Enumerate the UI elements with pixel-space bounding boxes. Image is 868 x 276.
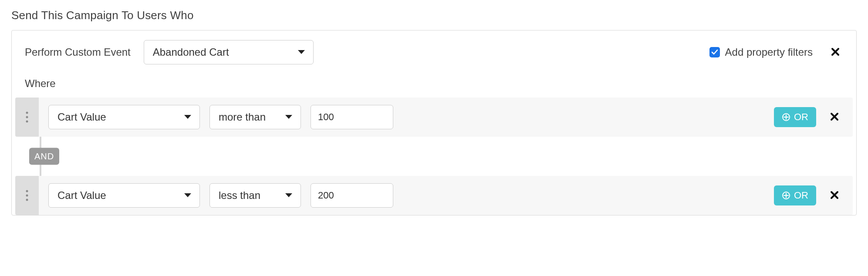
operator-select[interactable]: less than: [209, 183, 301, 208]
criteria-panel: Perform Custom Event Abandoned Cart Add …: [11, 30, 857, 215]
svg-point-1: [26, 116, 28, 118]
chevron-down-icon: [184, 114, 192, 120]
filter-row: Cart Value more than: [15, 98, 853, 137]
chevron-down-icon: [285, 193, 293, 198]
custom-event-selected: Abandoned Cart: [153, 46, 229, 58]
operator-selected: more than: [219, 111, 266, 123]
drag-handle-icon[interactable]: [15, 176, 39, 215]
where-label: Where: [12, 77, 856, 98]
and-pill: AND: [29, 148, 59, 165]
chevron-down-icon: [184, 193, 192, 198]
filters-area: Cart Value more than: [12, 98, 856, 215]
svg-point-0: [26, 112, 28, 114]
or-label: OR: [794, 111, 808, 123]
and-connector: AND: [15, 137, 853, 176]
operator-select[interactable]: more than: [209, 105, 301, 129]
event-row: Perform Custom Event Abandoned Cart Add …: [12, 40, 856, 77]
perform-event-label: Perform Custom Event: [25, 46, 131, 58]
add-property-filters[interactable]: Add property filters: [709, 46, 813, 58]
plus-circle-icon: [782, 113, 790, 121]
filter-row: Cart Value less than: [15, 176, 853, 215]
value-input[interactable]: [311, 183, 393, 208]
remove-event-button[interactable]: [827, 45, 843, 60]
remove-filter-button[interactable]: [826, 111, 843, 124]
add-property-filters-label: Add property filters: [725, 46, 813, 58]
svg-point-2: [26, 121, 28, 123]
chevron-down-icon: [285, 114, 293, 120]
property-select[interactable]: Cart Value: [48, 105, 200, 129]
page-title: Send This Campaign To Users Who: [11, 9, 857, 22]
svg-point-4: [26, 190, 28, 192]
property-select[interactable]: Cart Value: [48, 183, 200, 208]
drag-handle-icon[interactable]: [15, 98, 39, 137]
value-input[interactable]: [311, 105, 393, 129]
custom-event-select[interactable]: Abandoned Cart: [144, 40, 314, 64]
add-property-filters-checkbox[interactable]: [709, 47, 720, 57]
svg-point-5: [26, 195, 28, 197]
or-label: OR: [794, 190, 808, 201]
operator-selected: less than: [219, 189, 260, 202]
remove-filter-button[interactable]: [826, 189, 843, 202]
chevron-down-icon: [297, 50, 305, 55]
property-selected: Cart Value: [57, 189, 106, 202]
add-or-button[interactable]: OR: [774, 107, 816, 127]
property-selected: Cart Value: [57, 111, 106, 123]
add-or-button[interactable]: OR: [774, 185, 816, 205]
svg-point-6: [26, 199, 28, 201]
plus-circle-icon: [782, 191, 790, 200]
